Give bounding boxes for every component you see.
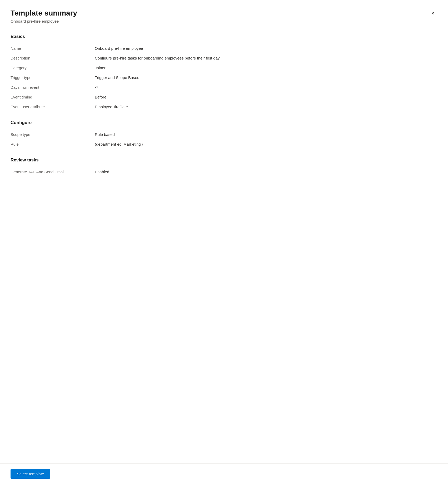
field-label-scope-type: Scope type [11, 132, 95, 137]
field-row-name: Name Onboard pre-hire employee [11, 43, 437, 53]
field-value-name: Onboard pre-hire employee [95, 46, 437, 51]
review-tasks-section-title: Review tasks [11, 157, 437, 163]
field-label-rule: Rule [11, 142, 95, 146]
field-label-event-user-attribute: Event user attribute [11, 105, 95, 109]
field-row-category: Category Joiner [11, 63, 437, 73]
basics-section: Basics Name Onboard pre-hire employee De… [11, 34, 437, 112]
field-row-event-timing: Event timing Before [11, 92, 437, 102]
field-row-days-from-event: Days from event -7 [11, 82, 437, 92]
configure-section-title: Configure [11, 120, 437, 125]
field-row-scope-type: Scope type Rule based [11, 130, 437, 139]
panel-header: Template summary Onboard pre-hire employ… [0, 0, 448, 28]
panel-subtitle: Onboard pre-hire employee [11, 19, 437, 23]
field-row-event-user-attribute: Event user attribute EmployeeHireDate [11, 102, 437, 112]
field-value-category: Joiner [95, 66, 437, 70]
field-row-trigger-type: Trigger type Trigger and Scope Based [11, 73, 437, 82]
field-label-generate-tap: Generate TAP And Send Email [11, 170, 95, 174]
field-value-scope-type: Rule based [95, 132, 437, 137]
field-label-event-timing: Event timing [11, 95, 95, 99]
field-value-event-user-attribute: EmployeeHireDate [95, 105, 437, 109]
configure-section: Configure Scope type Rule based Rule (de… [11, 120, 437, 149]
field-label-days-from-event: Days from event [11, 85, 95, 90]
select-template-button[interactable]: Select template [11, 469, 50, 479]
panel-title: Template summary [11, 8, 437, 18]
panel-footer: Select template [0, 463, 448, 484]
field-label-name: Name [11, 46, 95, 51]
template-summary-panel: Template summary Onboard pre-hire employ… [0, 0, 448, 484]
field-label-trigger-type: Trigger type [11, 75, 95, 80]
field-value-rule: (department eq 'Marketing') [95, 142, 437, 146]
field-value-description: Configure pre-hire tasks for onboarding … [95, 56, 437, 60]
field-value-days-from-event: -7 [95, 85, 437, 90]
field-value-generate-tap: Enabled [95, 170, 437, 174]
panel-content: Basics Name Onboard pre-hire employee De… [0, 28, 448, 463]
review-tasks-section: Review tasks Generate TAP And Send Email… [11, 157, 437, 177]
field-label-description: Description [11, 56, 95, 60]
close-button[interactable]: × [428, 8, 437, 18]
field-label-category: Category [11, 66, 95, 70]
basics-section-title: Basics [11, 34, 437, 39]
field-row-description: Description Configure pre-hire tasks for… [11, 53, 437, 63]
close-icon: × [431, 10, 434, 16]
field-value-trigger-type: Trigger and Scope Based [95, 75, 437, 80]
field-row-generate-tap: Generate TAP And Send Email Enabled [11, 167, 437, 177]
field-row-rule: Rule (department eq 'Marketing') [11, 139, 437, 149]
field-value-event-timing: Before [95, 95, 437, 99]
